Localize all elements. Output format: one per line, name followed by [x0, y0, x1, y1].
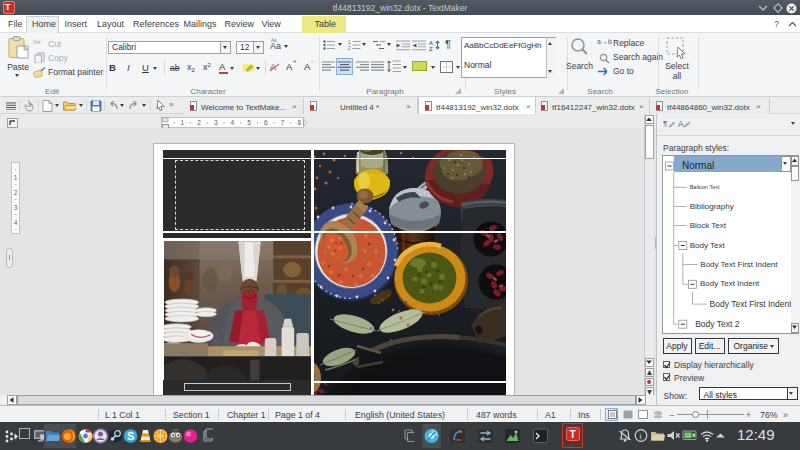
svg-text:A: A — [678, 119, 684, 129]
svg-text:3: 3 — [13, 203, 17, 210]
svg-text:8: 8 — [297, 119, 301, 126]
svg-text:4: 4 — [13, 218, 17, 225]
svg-text:2: 2 — [348, 46, 351, 50]
svg-text:6: 6 — [264, 119, 268, 126]
svg-text:A: A — [429, 40, 433, 46]
svg-text:5: 5 — [247, 119, 251, 126]
svg-text:1: 1 — [348, 40, 351, 45]
svg-text:2: 2 — [197, 119, 201, 126]
svg-text:1: 1 — [180, 119, 184, 126]
svg-text:2: 2 — [13, 188, 17, 195]
svg-text:3: 3 — [214, 119, 218, 126]
svg-text:i: i — [639, 431, 642, 441]
svg-text:Z: Z — [429, 46, 433, 51]
svg-text:4: 4 — [231, 119, 235, 126]
svg-text:1: 1 — [13, 173, 17, 180]
svg-text:S: S — [127, 430, 134, 442]
svg-text:7: 7 — [281, 119, 285, 126]
svg-text:¶: ¶ — [663, 119, 667, 128]
